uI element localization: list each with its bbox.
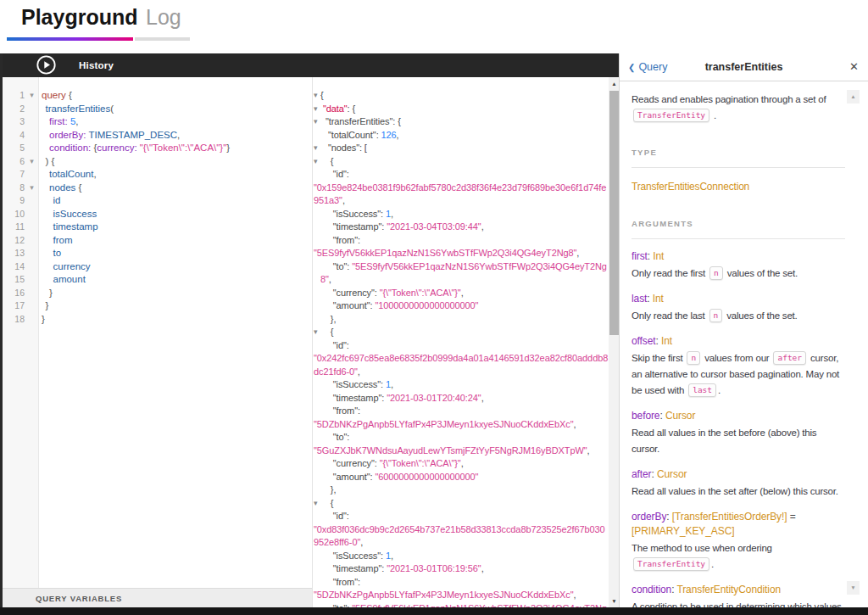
chevron-left-icon: ❮ xyxy=(628,63,635,72)
fold-toggle-icon[interactable]: ▾ xyxy=(25,182,39,195)
doc-back-label: Query xyxy=(638,61,667,73)
line-number: 14 xyxy=(3,260,25,274)
query-editor-line[interactable]: 4orderBy: TIMESTAMP_DESC, xyxy=(3,129,312,143)
argument-signature: orderBy: [TransferEntitiesOrderBy!] = [P… xyxy=(632,510,845,539)
query-editor-line[interactable]: 1▾query { xyxy=(3,89,312,103)
query-editor-line[interactable]: 12from xyxy=(3,234,312,248)
query-editor-line[interactable]: 11timestamp xyxy=(3,221,312,234)
line-number: 11 xyxy=(3,221,25,234)
doc-explorer-body: Reads and enables pagination through a s… xyxy=(620,81,845,607)
fold-toggle-icon[interactable]: ▾ xyxy=(314,497,318,511)
line-number: 15 xyxy=(3,273,25,287)
argument-description: Only read the last n values of the set. xyxy=(632,308,845,324)
result-line: "amount": "6000000000000000000" xyxy=(313,471,609,484)
doc-type-link[interactable]: TransferEntitiesConnection xyxy=(632,179,845,195)
line-number: 8 xyxy=(3,182,25,195)
result-line: "currency": "{\"Token\":\"ACA\"}", xyxy=(313,457,609,471)
close-icon[interactable]: ✕ xyxy=(849,53,859,81)
tab-log-underline xyxy=(135,37,190,41)
argument: offset: IntSkip the first n values from … xyxy=(632,334,845,399)
line-number: 12 xyxy=(3,234,25,248)
fold-toggle-icon[interactable]: ▾ xyxy=(314,89,318,103)
query-editor-line[interactable]: 5condition: {currency: "{\"Token\":\"ACA… xyxy=(3,142,312,155)
code-chip: TransferEntity xyxy=(633,557,709,571)
argument-type-link[interactable]: [TransferEntitiesOrderBy!] xyxy=(672,511,787,523)
fold-toggle-icon[interactable]: ▾ xyxy=(25,155,39,169)
argument-description: Only read the first n values of the set. xyxy=(632,266,845,282)
argument-type-link[interactable]: Int xyxy=(653,293,664,305)
query-editor-line[interactable]: 13to xyxy=(3,247,312,260)
result-line: "timestamp": "2021-03-01T06:19:56", xyxy=(313,562,609,576)
query-editor-line[interactable]: 7totalCount, xyxy=(3,168,312,182)
query-editor-line[interactable]: 14currency xyxy=(3,260,312,274)
argument-signature: last: Int xyxy=(632,292,845,306)
argument-type-link[interactable]: Int xyxy=(661,335,672,347)
result-line: "from": xyxy=(313,234,609,248)
line-number: 3 xyxy=(3,115,25,129)
result-line: "isSuccess": 1, xyxy=(313,208,609,221)
fold-spacer xyxy=(25,313,39,327)
history-button[interactable]: History xyxy=(79,53,114,77)
tab-log[interactable]: Log xyxy=(146,5,181,30)
query-editor-line[interactable]: 17} xyxy=(3,299,312,313)
query-editor-line[interactable]: 16} xyxy=(3,287,312,300)
line-number: 10 xyxy=(3,208,25,221)
code-chip: last xyxy=(688,383,716,397)
argument-type-link[interactable]: Int xyxy=(653,250,664,262)
argument: orderBy: [TransferEntitiesOrderBy!] = [P… xyxy=(632,510,845,573)
playground-window: History 1▾query {2transferEntities(3firs… xyxy=(0,53,868,615)
query-editor-panel[interactable]: 1▾query {2transferEntities(3first: 5,4or… xyxy=(3,77,312,588)
query-editor-line[interactable]: 8▾nodes { xyxy=(3,182,312,195)
query-editor-line[interactable]: 15amount xyxy=(3,273,312,287)
argument-signature: condition: TransferEntityCondition xyxy=(632,583,845,597)
argument-name: first xyxy=(632,250,648,262)
line-number: 7 xyxy=(3,168,25,182)
doc-scroll-up-icon[interactable]: ▲ xyxy=(847,90,860,103)
doc-scroll-down-icon[interactable]: ▼ xyxy=(847,581,860,595)
playground-toolbar: History xyxy=(3,53,619,77)
query-editor-line[interactable]: 6▾) { xyxy=(3,155,312,169)
query-editor-line[interactable]: 2transferEntities( xyxy=(3,103,312,116)
result-line: "0xd83f036dc9b9c2d2654b737e21b58d33813cc… xyxy=(313,523,609,550)
query-variables-label: QUERY VARIABLES xyxy=(36,594,122,603)
result-line: "id": xyxy=(313,339,609,353)
response-json: ▾{▾ "data": {▾ "transferEntities": { "to… xyxy=(313,77,609,607)
doc-arguments-list: first: IntOnly read the first n values o… xyxy=(632,249,845,607)
result-line: ▾ { xyxy=(313,497,609,511)
fold-toggle-icon[interactable]: ▾ xyxy=(314,142,318,155)
tab-playground[interactable]: Playground xyxy=(21,5,138,30)
argument-type-link[interactable]: TransferEntityCondition xyxy=(676,584,781,595)
execute-query-button[interactable] xyxy=(36,54,57,75)
code-chip: TransferEntity xyxy=(633,109,709,122)
result-line: "from": xyxy=(313,405,609,418)
query-editor-line[interactable]: 10isSuccess xyxy=(3,208,312,221)
fold-toggle-icon[interactable]: ▾ xyxy=(314,155,318,169)
result-line: "id": xyxy=(313,168,609,182)
fold-toggle-icon[interactable]: ▾ xyxy=(314,115,318,129)
line-number: 1 xyxy=(3,89,25,103)
result-line: ▾ "transferEntities": { xyxy=(313,115,609,129)
result-line: "isSuccess": 1, xyxy=(313,378,609,392)
argument-signature: offset: Int xyxy=(632,334,845,349)
query-variables-bar[interactable]: QUERY VARIABLES xyxy=(3,588,312,607)
query-editor-line[interactable]: 3first: 5, xyxy=(3,115,312,129)
line-number: 18 xyxy=(3,313,25,327)
doc-explorer-panel: ❮Query transferEntities ✕ Reads and enab… xyxy=(619,53,868,607)
fold-toggle-icon[interactable]: ▾ xyxy=(314,103,318,116)
argument: before: CursorRead all values in the set… xyxy=(632,409,845,457)
doc-back-link[interactable]: ❮Query xyxy=(628,53,667,81)
argument-type-link[interactable]: Cursor xyxy=(665,410,695,422)
fold-toggle-icon[interactable]: ▾ xyxy=(25,89,39,103)
query-editor-line[interactable]: 9id xyxy=(3,194,312,208)
argument-default-value: [PRIMARY_KEY_ASC] xyxy=(632,525,734,537)
response-scrollbar-thumb[interactable] xyxy=(609,91,619,335)
doc-type-section-label: TYPE xyxy=(632,144,845,160)
fold-spacer xyxy=(25,260,39,274)
query-editor-code[interactable]: 1▾query {2transferEntities(3first: 5,4or… xyxy=(3,77,312,326)
result-line: ▾ { xyxy=(313,155,609,169)
argument-type-link[interactable]: Cursor xyxy=(657,468,687,480)
line-number: 4 xyxy=(3,129,25,143)
result-line: "id": xyxy=(313,510,609,523)
query-editor-line[interactable]: 18} xyxy=(3,313,312,327)
fold-toggle-icon[interactable]: ▾ xyxy=(314,326,318,339)
